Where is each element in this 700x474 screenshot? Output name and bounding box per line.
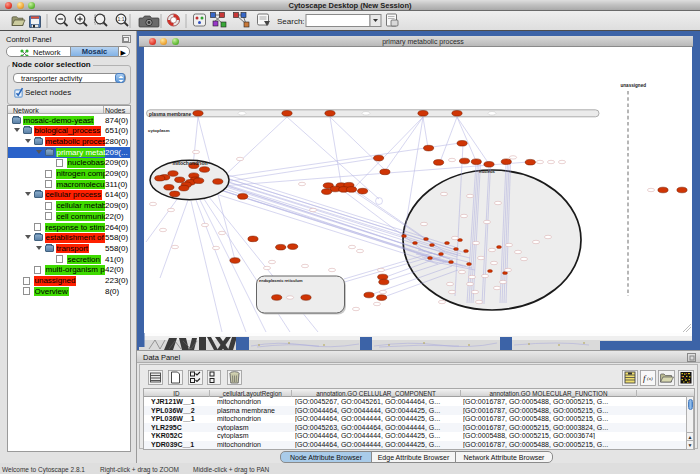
svg-text:unassigned: unassigned — [620, 83, 646, 88]
svg-text:cytoplasm: cytoplasm — [148, 128, 170, 133]
svg-text:plasma membrane: plasma membrane — [149, 112, 191, 117]
svg-text:1:1: 1:1 — [118, 16, 125, 22]
svg-text:endoplasmic reticulum: endoplasmic reticulum — [259, 278, 303, 283]
svg-text:mitochondrion: mitochondrion — [173, 160, 208, 166]
svg-text:Search:: Search: — [277, 17, 305, 26]
svg-text:nucleus: nucleus — [479, 169, 495, 174]
svg-text:(x): (x) — [647, 376, 653, 381]
